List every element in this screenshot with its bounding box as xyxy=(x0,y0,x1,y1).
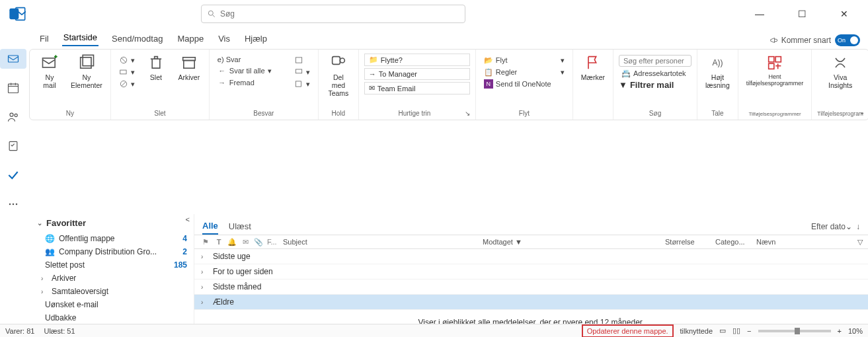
svg-rect-29 xyxy=(296,81,301,87)
addressbook-button[interactable]: 📇Adressekartotek xyxy=(619,68,691,79)
svg-rect-34 xyxy=(769,63,774,69)
coming-soon-toggle[interactable]: On xyxy=(835,34,860,46)
read-aloud-button[interactable]: A)) Højtlæsning xyxy=(703,52,732,108)
col-subject[interactable]: Subject xyxy=(280,238,479,246)
sort-by-button[interactable]: Efter dato⌄ xyxy=(811,222,852,231)
group-two-weeks[interactable]: ›For to uger siden xyxy=(194,264,868,280)
group-older[interactable]: ›Ældre xyxy=(194,295,868,310)
group-last-month[interactable]: ›Sidste måned xyxy=(194,280,868,295)
tab-view[interactable]: Vis xyxy=(217,31,231,46)
onenote-icon: N xyxy=(484,79,493,89)
new-items-button[interactable]: NyElementer xyxy=(68,52,105,108)
svg-rect-30 xyxy=(333,57,340,65)
nav-people[interactable] xyxy=(0,107,26,127)
get-addins-button[interactable]: Henttilføjelsesprogrammer xyxy=(744,52,807,110)
tab-help[interactable]: Hjælp xyxy=(243,31,268,46)
favorites-header[interactable]: ⌄Favoritter xyxy=(34,214,191,232)
tab-sendreceive[interactable]: Send/modtag xyxy=(110,31,164,46)
quickstep-move[interactable]: 📁Flytte? xyxy=(364,54,470,66)
filter-mail-button[interactable]: ▼Filtrer mail xyxy=(619,80,691,90)
tags-button[interactable]: Mærker xyxy=(578,52,608,108)
status-connected: tilknyttede xyxy=(680,327,713,335)
view-reading-button[interactable]: ▯▯ xyxy=(732,326,740,335)
col-mention[interactable]: Nævn xyxy=(756,238,796,246)
tab-folder[interactable]: Mappe xyxy=(176,31,205,46)
col-size[interactable]: Størrelse xyxy=(665,238,711,246)
search-placeholder: Søg xyxy=(220,9,235,19)
svg-line-21 xyxy=(121,58,126,63)
folder-public[interactable]: 🌐Offentlig mappe 4 xyxy=(34,232,191,245)
coming-soon-label: Kommer snart xyxy=(769,36,831,45)
collapse-folder-pane[interactable]: < xyxy=(186,215,190,223)
group-speech-label: Tale xyxy=(703,108,732,120)
folder-archive[interactable]: ›Arkiver xyxy=(34,272,191,285)
junk-icon xyxy=(119,79,128,89)
col-new-icon[interactable]: ✉ xyxy=(241,238,250,246)
folder-outbox[interactable]: Udbakke xyxy=(34,311,191,324)
cleanup-button[interactable]: ▾ xyxy=(116,67,138,77)
reply-button[interactable]: e) Svar xyxy=(215,55,288,64)
search-people-input[interactable] xyxy=(619,55,691,67)
col-attachment-icon[interactable]: 📎 xyxy=(254,238,263,246)
svg-rect-0 xyxy=(9,9,19,19)
im-button[interactable]: ▾ xyxy=(292,67,313,77)
search-input[interactable]: Søg xyxy=(201,5,465,23)
forward-button[interactable]: →Fremad xyxy=(215,77,288,88)
more-respond-button[interactable]: ▾ xyxy=(292,79,313,89)
folder-junk[interactable]: Uønsket e-mail xyxy=(34,298,191,311)
rules-button[interactable]: 📋Regler▾ xyxy=(481,67,567,77)
move-button[interactable]: 📂Flyt▾ xyxy=(481,55,567,65)
nav-more[interactable] xyxy=(0,194,26,214)
zoom-slider[interactable] xyxy=(758,330,831,332)
col-from[interactable]: F... xyxy=(267,238,276,246)
mail-list-pane: Alle Ulæst Efter dato⌄ ↓ ⚑ T 🔔 ✉ 📎 F... … xyxy=(194,214,868,337)
sort-direction-button[interactable]: ↓ xyxy=(856,222,860,231)
ignore-button[interactable]: ▾ xyxy=(116,55,138,65)
tab-file[interactable]: Fil xyxy=(38,31,50,46)
col-flag-icon[interactable]: ▽ xyxy=(857,238,868,246)
public-folder-icon: 🌐 xyxy=(45,234,55,243)
archive-button[interactable]: Arkiver xyxy=(175,52,204,108)
status-bar: Varer: 81 Ulæst: 51 Opdaterer denne mapp… xyxy=(0,324,868,337)
reply-all-button[interactable]: ←Svar til alle▾ xyxy=(215,65,288,76)
close-button[interactable]: ✕ xyxy=(831,9,857,19)
col-importance-icon[interactable]: ⚑ xyxy=(201,238,210,246)
tab-all[interactable]: Alle xyxy=(202,218,218,235)
junk-button[interactable]: ▾ xyxy=(116,79,138,89)
quickstep-tomanager[interactable]: →To Manager xyxy=(364,68,470,80)
trash-icon xyxy=(147,54,165,72)
maximize-button[interactable]: ☐ xyxy=(789,9,815,19)
folder-company-dist[interactable]: 👥Company Distribution Gro... 2 xyxy=(34,245,191,258)
nav-mail[interactable] xyxy=(0,49,26,69)
tab-unread[interactable]: Ulæst xyxy=(229,219,251,234)
share-teams-button[interactable]: Del medTeams xyxy=(324,52,353,108)
meeting-button[interactable] xyxy=(292,55,313,65)
folder-conversation[interactable]: ›Samtaleoversigt xyxy=(34,285,191,298)
minimize-button[interactable]: — xyxy=(746,9,773,19)
group-last-week[interactable]: ›Sidste uge xyxy=(194,249,868,264)
nav-todo[interactable] xyxy=(0,165,26,185)
col-categories[interactable]: Catego... xyxy=(715,238,752,246)
nav-calendar[interactable] xyxy=(0,78,26,98)
quickstep-teamemail[interactable]: ✉Team Email xyxy=(364,82,470,94)
group-insights-label: Tilføjelsesprogram xyxy=(817,109,863,120)
svg-point-2 xyxy=(208,11,213,15)
folder-deleted[interactable]: Slettet post 185 xyxy=(34,258,191,272)
col-type-icon[interactable]: T xyxy=(214,238,223,246)
new-mail-button[interactable]: Nymail xyxy=(35,52,64,108)
col-received[interactable]: Modtaget ▼ xyxy=(483,238,661,246)
nav-tasks[interactable] xyxy=(0,136,26,156)
viva-insights-button[interactable]: VivaInsights xyxy=(826,52,855,109)
flag-icon xyxy=(584,54,602,72)
delete-button[interactable]: Slet xyxy=(141,52,171,108)
cleanup-icon xyxy=(119,67,128,77)
tab-home[interactable]: Startside xyxy=(62,30,99,46)
onenote-button[interactable]: NSend til OneNote xyxy=(481,79,567,89)
svg-rect-27 xyxy=(296,57,301,63)
svg-rect-33 xyxy=(775,57,781,62)
view-normal-button[interactable]: ▭ xyxy=(719,326,726,335)
zoom-in-button[interactable]: + xyxy=(838,327,842,335)
col-reminder-icon[interactable]: 🔔 xyxy=(227,238,237,246)
zoom-out-button[interactable]: − xyxy=(747,327,751,335)
ribbon-collapse-button[interactable]: ⌄ xyxy=(859,108,865,116)
